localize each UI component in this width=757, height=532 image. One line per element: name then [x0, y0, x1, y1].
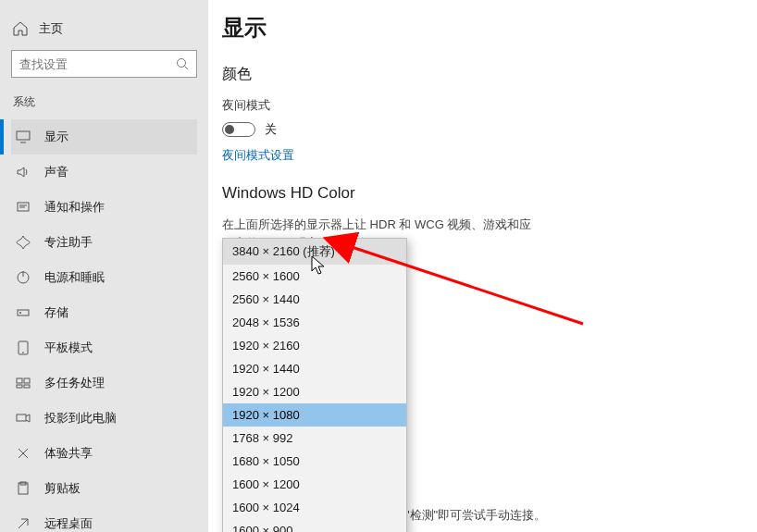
- sidebar-item-label: 通知和操作: [44, 199, 105, 216]
- search-input[interactable]: [19, 51, 176, 77]
- night-mode-label: 夜间模式: [222, 97, 750, 114]
- svg-point-0: [178, 59, 186, 68]
- sidebar-item-notify[interactable]: 通知和操作: [11, 190, 197, 225]
- svg-rect-15: [17, 385, 22, 388]
- project-icon: [15, 410, 31, 427]
- night-mode-settings-link[interactable]: 夜间模式设置: [222, 147, 294, 164]
- svg-point-10: [19, 312, 20, 313]
- sidebar-item-label: 声音: [44, 164, 68, 180]
- svg-line-1: [185, 67, 189, 70]
- hdcolor-heading: Windows HD Color: [222, 184, 750, 203]
- sidebar-item-label: 显示: [44, 129, 68, 145]
- sidebar-item-label: 存储: [44, 304, 68, 321]
- sidebar-item-label: 远程桌面: [44, 515, 93, 532]
- sidebar-item-label: 专注助手: [44, 234, 93, 251]
- power-icon: [15, 269, 31, 286]
- sidebar-nav-list: 显示声音通知和操作专注助手电源和睡眠存储平板模式多任务处理投影到此电脑体验共享剪…: [11, 119, 197, 532]
- notify-icon: [15, 199, 31, 216]
- resolution-option[interactable]: 1920 × 2160: [223, 334, 406, 357]
- sidebar-item-tablet[interactable]: 平板模式: [11, 330, 197, 365]
- detect-hint-text: "检测"即可尝试手动连接。: [405, 507, 546, 524]
- settings-sidebar: 主页 系统 显示声音通知和操作专注助手电源和睡眠存储平板模式多任务处理投影到此电…: [0, 0, 208, 532]
- svg-rect-2: [17, 131, 30, 140]
- sidebar-item-project[interactable]: 投影到此电脑: [11, 401, 197, 436]
- sidebar-item-sound[interactable]: 声音: [11, 155, 197, 190]
- focus-icon: [15, 234, 31, 251]
- sidebar-section-label: 系统: [13, 94, 197, 110]
- night-mode-toggle[interactable]: [222, 122, 255, 137]
- sidebar-item-label: 剪贴板: [44, 480, 81, 497]
- sidebar-item-power[interactable]: 电源和睡眠: [11, 260, 197, 295]
- svg-rect-17: [17, 414, 26, 421]
- resolution-option[interactable]: 1680 × 1050: [223, 450, 406, 473]
- resolution-option[interactable]: 2560 × 1600: [223, 265, 406, 288]
- sidebar-item-multitask[interactable]: 多任务处理: [11, 365, 197, 401]
- resolution-option[interactable]: 1920 × 1440: [223, 357, 406, 380]
- sound-icon: [15, 164, 31, 180]
- sidebar-item-storage[interactable]: 存储: [11, 295, 197, 330]
- resolution-option[interactable]: 1600 × 900: [223, 519, 406, 532]
- sidebar-item-monitor[interactable]: 显示: [11, 119, 197, 155]
- search-icon: [176, 57, 189, 70]
- sidebar-item-label: 多任务处理: [44, 375, 105, 391]
- sidebar-item-remote[interactable]: 远程桌面: [11, 506, 197, 532]
- sidebar-item-focus[interactable]: 专注助手: [11, 225, 197, 260]
- search-settings-box[interactable]: [11, 50, 197, 78]
- home-nav[interactable]: 主页: [11, 17, 197, 50]
- resolution-option[interactable]: 1920 × 1200: [223, 380, 406, 403]
- home-label: 主页: [39, 20, 63, 37]
- tablet-icon: [15, 340, 31, 356]
- resolution-option[interactable]: 1600 × 1200: [223, 473, 406, 496]
- sidebar-item-label: 体验共享: [44, 445, 93, 462]
- resolution-option[interactable]: 1600 × 1024: [223, 496, 406, 519]
- home-icon: [13, 21, 28, 36]
- resolution-option[interactable]: 2560 × 1440: [223, 288, 406, 311]
- svg-rect-13: [17, 378, 22, 383]
- svg-rect-14: [24, 378, 30, 383]
- sidebar-item-label: 电源和睡眠: [44, 269, 105, 286]
- remote-icon: [15, 515, 31, 532]
- sidebar-item-share[interactable]: 体验共享: [11, 436, 197, 471]
- monitor-icon: [15, 129, 31, 145]
- sidebar-item-clipboard[interactable]: 剪贴板: [11, 471, 197, 506]
- page-title: 显示: [222, 13, 750, 43]
- night-mode-toggle-row: 关: [222, 121, 750, 138]
- resolution-dropdown[interactable]: 3840 × 2160 (推荐)2560 × 16002560 × 144020…: [222, 238, 407, 532]
- resolution-option[interactable]: 2048 × 1536: [223, 311, 406, 334]
- storage-icon: [15, 304, 31, 321]
- sidebar-item-label: 平板模式: [44, 340, 93, 356]
- multitask-icon: [15, 375, 31, 391]
- resolution-option[interactable]: 1768 × 992: [223, 427, 406, 450]
- share-icon: [15, 445, 31, 462]
- resolution-option[interactable]: 1920 × 1080: [223, 403, 406, 427]
- resolution-option[interactable]: 3840 × 2160 (推荐): [223, 239, 406, 265]
- sidebar-item-label: 投影到此电脑: [44, 410, 117, 427]
- svg-rect-16: [24, 385, 30, 388]
- clipboard-icon: [15, 480, 31, 497]
- svg-rect-9: [18, 310, 29, 315]
- color-heading: 颜色: [222, 65, 750, 84]
- night-mode-state: 关: [265, 121, 277, 138]
